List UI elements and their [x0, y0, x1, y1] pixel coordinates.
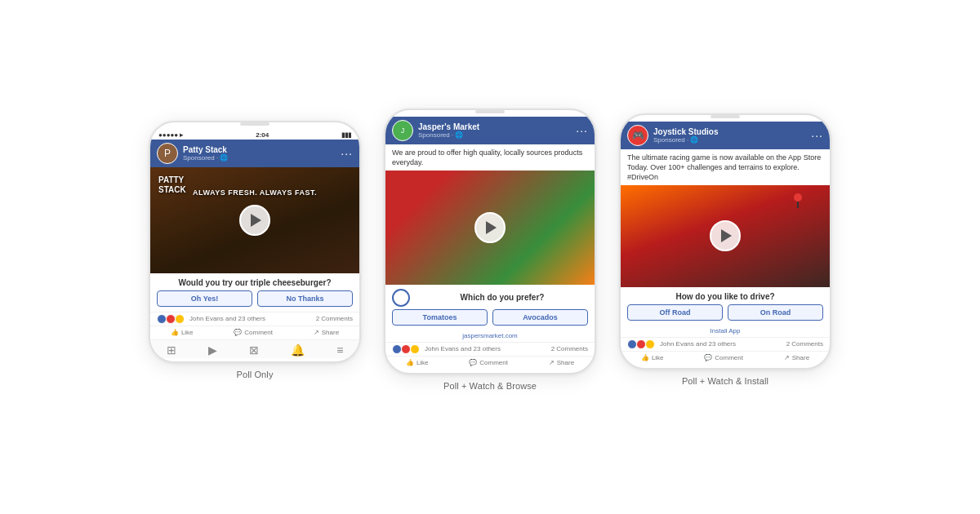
reactions-text-3: John Evans and 23 others: [660, 340, 736, 348]
like-icon: 👍: [171, 329, 179, 336]
play-button-3[interactable]: [710, 220, 741, 251]
reaction-icons-3: John Evans and 23 others: [627, 339, 736, 349]
like-label-3: Like: [652, 354, 664, 361]
like-label-1: Like: [181, 329, 194, 336]
share-label-1: Share: [322, 329, 339, 336]
phone-speaker-3: [710, 115, 740, 118]
advertiser-avatar-3: 🎮: [627, 125, 648, 146]
poll-question-3: How do you like to drive?: [621, 287, 830, 304]
ad-image-2[interactable]: [385, 171, 595, 285]
comments-count-2[interactable]: 2 Comments: [551, 345, 588, 352]
poll-option-b-2[interactable]: Avocados: [492, 309, 588, 326]
phones-row: ●●●●● ▸ 2:04 ▮▮▮ P Patty Stack Sponsored…: [149, 109, 831, 390]
battery-icon: ▮▮▮: [341, 131, 351, 139]
share-icon-3: ↗: [784, 354, 790, 361]
wow-reaction-2: [410, 344, 420, 354]
poll-option-a-3[interactable]: Off Road: [627, 304, 723, 321]
time-1: 2:04: [256, 131, 269, 139]
poll-option-a-2[interactable]: Tomatoes: [392, 309, 488, 326]
share-label-3: Share: [792, 354, 809, 361]
phone-speaker-2: [475, 110, 505, 113]
poll-question-2: Which do you prefer?: [416, 293, 588, 302]
reactions-text-1: John Evans and 23 others: [189, 315, 265, 322]
share-icon: ↗: [314, 329, 319, 336]
advertiser-info-3: Joystick Studios Sponsored · 🌐: [653, 127, 718, 144]
like-button-1[interactable]: 👍 Like: [171, 329, 194, 336]
phone-wrap-1: ●●●●● ▸ 2:04 ▮▮▮ P Patty Stack Sponsored…: [149, 121, 361, 379]
advertiser-name-1: Patty Stack: [183, 145, 228, 154]
comment-icon-2: 💬: [469, 359, 477, 366]
comment-button-3[interactable]: 💬 Comment: [704, 354, 743, 361]
comments-count-3[interactable]: 2 Comments: [786, 340, 823, 348]
more-options-3[interactable]: ···: [811, 129, 823, 142]
poll-buttons-3: Off Road On Road: [621, 304, 830, 326]
phone-speaker: [240, 122, 270, 126]
fb-header-left-3: 🎮 Joystick Studios Sponsored · 🌐: [627, 125, 718, 146]
reactions-bar-3: John Evans and 23 others 2 Comments: [621, 337, 830, 351]
poll-option-b-1[interactable]: No Thanks: [257, 290, 353, 307]
advertiser-name-3: Joystick Studios: [653, 127, 718, 136]
phone-label-2: Poll + Watch & Browse: [443, 381, 537, 391]
advertiser-link-2[interactable]: jaspersmarket.com: [385, 330, 595, 342]
ad-slogan-1: ALWAYS FRESH. ALWAYS FAST.: [193, 188, 317, 197]
fb-actions-2: 👍 Like 💬 Comment ↗ Share: [385, 356, 595, 370]
ad-image-1[interactable]: PATTYSTACK ALWAYS FRESH. ALWAYS FAST.: [150, 167, 359, 273]
comment-label-1: Comment: [244, 329, 273, 336]
play-button-2[interactable]: [474, 212, 506, 243]
nav-home-icon[interactable]: ⊞: [167, 343, 176, 357]
reaction-icons-2: John Evans and 23 others: [392, 344, 501, 354]
advertiser-name-2: Jasper's Market: [418, 122, 479, 131]
poll-option-a-1[interactable]: Oh Yes!: [157, 290, 252, 307]
reactions-bar-2: John Evans and 23 others 2 Comments: [385, 342, 595, 356]
play-triangle-1: [251, 214, 261, 227]
wow-reaction-3: [645, 339, 655, 349]
play-button-1[interactable]: [239, 205, 270, 236]
nav-bell-icon[interactable]: 🔔: [291, 343, 305, 357]
share-label-2: Share: [557, 359, 574, 366]
share-button-3[interactable]: ↗ Share: [784, 354, 809, 361]
share-icon-2: ↗: [549, 359, 555, 366]
nav-menu-icon[interactable]: ≡: [336, 343, 343, 357]
like-button-2[interactable]: 👍 Like: [406, 359, 429, 366]
reactions-text-2: John Evans and 23 others: [425, 345, 501, 352]
fb-header-left-2: J Jasper's Market Sponsored · 🌐: [392, 120, 479, 141]
fb-actions-3: 👍 Like 💬 Comment ↗ Share: [621, 351, 830, 365]
nav-market-icon[interactable]: ⊠: [249, 343, 259, 357]
ad-image-3[interactable]: [621, 185, 830, 287]
phone-wrap-2: J Jasper's Market Sponsored · 🌐 ··· We a…: [384, 109, 596, 390]
play-triangle-3: [721, 229, 732, 242]
sponsored-3: Sponsored · 🌐: [653, 136, 718, 144]
fb-header-2: J Jasper's Market Sponsored · 🌐 ···: [385, 117, 595, 144]
like-icon-2: 👍: [406, 359, 414, 366]
nav-video-icon[interactable]: ▶: [208, 343, 217, 357]
phone-label-1: Poll Only: [236, 370, 273, 379]
joystick-stick: [797, 202, 799, 208]
share-button-1[interactable]: ↗ Share: [314, 329, 339, 336]
phone-1: ●●●●● ▸ 2:04 ▮▮▮ P Patty Stack Sponsored…: [149, 121, 361, 363]
joystick-ball: [794, 193, 802, 202]
like-label-2: Like: [416, 359, 429, 366]
poll-circle-2: [392, 289, 410, 307]
comment-button-1[interactable]: 💬 Comment: [234, 329, 273, 336]
advertiser-avatar-2: J: [392, 120, 413, 141]
comments-count-1[interactable]: 2 Comments: [316, 315, 353, 322]
comment-label-2: Comment: [479, 359, 508, 366]
joystick-overlay-icon: [791, 193, 805, 211]
install-app-link-3[interactable]: Install App: [621, 326, 830, 337]
sponsored-1: Sponsored · 🌐: [183, 154, 228, 162]
fb-header-3: 🎮 Joystick Studios Sponsored · 🌐 ···: [621, 122, 830, 149]
comment-label-3: Comment: [715, 354, 743, 361]
more-options-2[interactable]: ···: [576, 124, 588, 137]
comment-icon-3: 💬: [704, 354, 712, 361]
like-button-3[interactable]: 👍 Like: [641, 354, 664, 361]
comment-icon: 💬: [234, 329, 242, 336]
poll-buttons-2: Tomatoes Avocados: [385, 309, 595, 330]
poll-option-b-3[interactable]: On Road: [728, 304, 823, 321]
comment-button-2[interactable]: 💬 Comment: [469, 359, 508, 366]
reactions-bar-1: John Evans and 23 others 2 Comments: [150, 312, 359, 326]
more-options-1[interactable]: ···: [341, 147, 353, 160]
advertiser-info-2: Jasper's Market Sponsored · 🌐: [418, 122, 479, 139]
phone-label-3: Poll + Watch & Install: [682, 376, 768, 386]
share-button-2[interactable]: ↗ Share: [549, 359, 574, 366]
sponsored-2: Sponsored · 🌐: [418, 131, 479, 139]
